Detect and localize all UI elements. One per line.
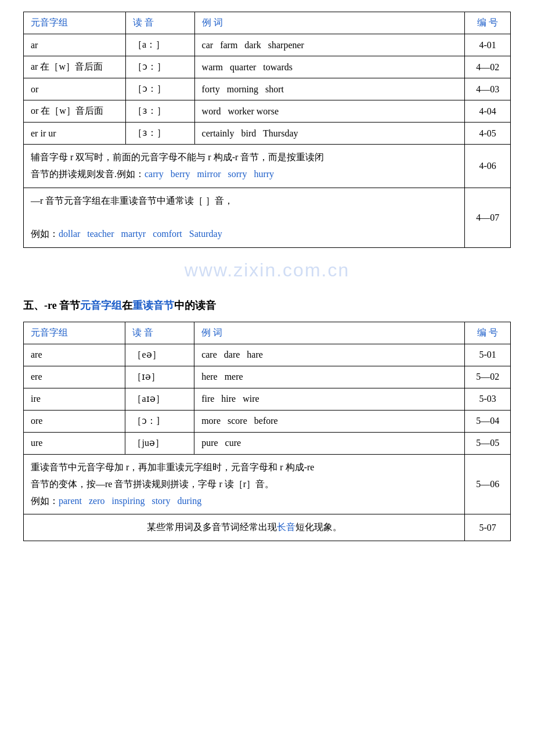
header-lici: 例 词 [194, 12, 465, 34]
cell-rule: 某些常用词及多音节词经常出现长音短化现象。 [24, 514, 465, 541]
header-duyin: 读 音 [125, 12, 194, 34]
section-title-suffix: 中的读音 [174, 300, 216, 311]
table-row: are ［eə］ care dare hare 5-01 [24, 344, 511, 366]
table-1: 元音字组 读 音 例 词 编 号 ar ［a：］ car farm dark s… [23, 12, 511, 248]
cell-bianhao: 4-04 [465, 100, 511, 123]
cell-duyin: ［ɜ：］ [125, 100, 194, 123]
cell-yuyin: ore [24, 410, 125, 432]
rule-text-1: 某些常用词及多音节词经常出现长音短化现象。 [31, 519, 457, 536]
table-row: —r 音节元音字组在非重读音节中通常读［ ］音， 例如：dollar teach… [24, 188, 511, 247]
table-row: ire ［aɪə］ fire hire wire 5-03 [24, 388, 511, 410]
cell-yuyin: or 在［w］音后面 [24, 100, 126, 123]
cell-rule: 辅音字母 r 双写时，前面的元音字母不能与 r 构成-r 音节，而是按重读闭 音… [24, 145, 465, 188]
table-row: or ［ɔ：］ forty morning short 4—03 [24, 78, 511, 100]
cell-yuyin: ar [24, 34, 126, 56]
cell-duyin: ［juə］ [125, 432, 194, 454]
header-lici: 例 词 [194, 322, 465, 344]
cell-lici: car farm dark sharpener [194, 34, 465, 56]
table-row: ar ［a：］ car farm dark sharpener 4-01 [24, 34, 511, 56]
header-bianhao: 编 号 [465, 322, 511, 344]
cell-lici: forty morning short [194, 78, 465, 100]
cell-bianhao: 4—02 [465, 56, 511, 78]
rule-text-1: —r 音节元音字组在非重读音节中通常读［ ］音， [31, 193, 457, 210]
cell-bianhao: 5—02 [465, 366, 511, 388]
table-row: 重读音节中元音字母加 r，再加非重读元字组时，元音字母和 r 构成-re 音节的… [24, 454, 511, 514]
cell-lici: certainly bird Thursday [194, 123, 465, 145]
cell-lici: care dare hare [194, 344, 465, 366]
changyin-text: 长音 [277, 522, 295, 532]
cell-bianhao: 5-01 [465, 344, 511, 366]
cell-yuyin: ire [24, 388, 125, 410]
cell-yuyin: ar 在［w］音后面 [24, 56, 126, 78]
watermark: www.zixin.com.cn [23, 260, 511, 281]
rule-text-2: 音节的变体，按—re 音节拼读规则拼读，字母 r 读［r］音。 [31, 476, 457, 493]
cell-duyin: ［ɔ：］ [125, 78, 194, 100]
cell-lici: fire hire wire [194, 388, 465, 410]
table-row: 某些常用词及多音节词经常出现长音短化现象。 5-07 [24, 514, 511, 541]
rule-spacer [31, 209, 457, 226]
table-row: 辅音字母 r 双写时，前面的元音字母不能与 r 构成-r 音节，而是按重读闭 音… [24, 145, 511, 188]
section-title-blue1: 元音字组 [80, 300, 122, 311]
table-row: ere ［ɪə］ here mere 5—02 [24, 366, 511, 388]
cell-duyin: ［ɜ：］ [125, 123, 194, 145]
rule-text-1: 重读音节中元音字母加 r，再加非重读元字组时，元音字母和 r 构成-re [31, 459, 457, 476]
cell-yuyin: are [24, 344, 125, 366]
section-2-title: 五、-re 音节元音字组在重读音节中的读音 [23, 298, 511, 312]
example-words: parent zero inspiring story during [59, 496, 201, 506]
header-duyin: 读 音 [125, 322, 194, 344]
rule-text-2: 音节的拼读规则发音.例如：carry berry mirror sorry hu… [31, 166, 457, 183]
cell-yuyin: or [24, 78, 126, 100]
table-row: ure ［juə］ pure cure 5—05 [24, 432, 511, 454]
cell-yuyin: ere [24, 366, 125, 388]
header-yuyin: 元音字组 [24, 322, 125, 344]
cell-duyin: ［aɪə］ [125, 388, 194, 410]
cell-bianhao: 4—07 [465, 188, 511, 247]
cell-bianhao: 4-05 [465, 123, 511, 145]
cell-lici: more score before [194, 410, 465, 432]
cell-bianhao: 5—05 [465, 432, 511, 454]
rule-text-2: 例如：dollar teacher martyr comfort Saturda… [31, 226, 457, 243]
cell-lici: pure cure [194, 432, 465, 454]
table-1-header: 元音字组 读 音 例 词 编 号 [24, 12, 511, 34]
table-row: or 在［w］音后面 ［ɜ：］ word worker worse 4-04 [24, 100, 511, 123]
header-yuyin: 元音字组 [24, 12, 126, 34]
table-row: ore ［ɔ：] more score before 5—04 [24, 410, 511, 432]
section-title-blue2: 重读音节 [132, 300, 174, 311]
table-row: er ir ur ［ɜ：］ certainly bird Thursday 4-… [24, 123, 511, 145]
cell-bianhao: 5-03 [465, 388, 511, 410]
cell-bianhao: 5—06 [465, 454, 511, 514]
cell-lici: warm quarter towards [194, 56, 465, 78]
header-bianhao: 编 号 [465, 12, 511, 34]
cell-lici: word worker worse [194, 100, 465, 123]
cell-yuyin: er ir ur [24, 123, 126, 145]
cell-bianhao: 5—04 [465, 410, 511, 432]
cell-rule: 重读音节中元音字母加 r，再加非重读元字组时，元音字母和 r 构成-re 音节的… [24, 454, 465, 514]
cell-lici: here mere [194, 366, 465, 388]
table-2: 元音字组 读 音 例 词 编 号 are ［eə］ care dare hare… [23, 322, 511, 541]
cell-duyin: ［ɔ：] [125, 410, 194, 432]
cell-bianhao: 4-01 [465, 34, 511, 56]
cell-bianhao: 4-06 [465, 145, 511, 188]
section-title-prefix: 五、-re 音节 [23, 300, 80, 311]
cell-rule: —r 音节元音字组在非重读音节中通常读［ ］音， 例如：dollar teach… [24, 188, 465, 247]
cell-bianhao: 4—03 [465, 78, 511, 100]
cell-duyin: ［ɪə］ [125, 366, 194, 388]
example-words: carry berry mirror sorry hurry [145, 169, 274, 179]
table-row: ar 在［w］音后面 ［ɔ：］ warm quarter towards 4—0… [24, 56, 511, 78]
cell-duyin: ［ɔ：］ [125, 56, 194, 78]
cell-bianhao: 5-07 [465, 514, 511, 541]
cell-duyin: ［a：］ [125, 34, 194, 56]
rule-text-3: 例如：parent zero inspiring story during [31, 493, 457, 510]
cell-yuyin: ure [24, 432, 125, 454]
table-2-header: 元音字组 读 音 例 词 编 号 [24, 322, 511, 344]
section-title-middle: 在 [122, 300, 132, 311]
example-words: dollar teacher martyr comfort Saturday [59, 229, 222, 239]
cell-duyin: ［eə］ [125, 344, 194, 366]
rule-text-1: 辅音字母 r 双写时，前面的元音字母不能与 r 构成-r 音节，而是按重读闭 [31, 149, 457, 166]
